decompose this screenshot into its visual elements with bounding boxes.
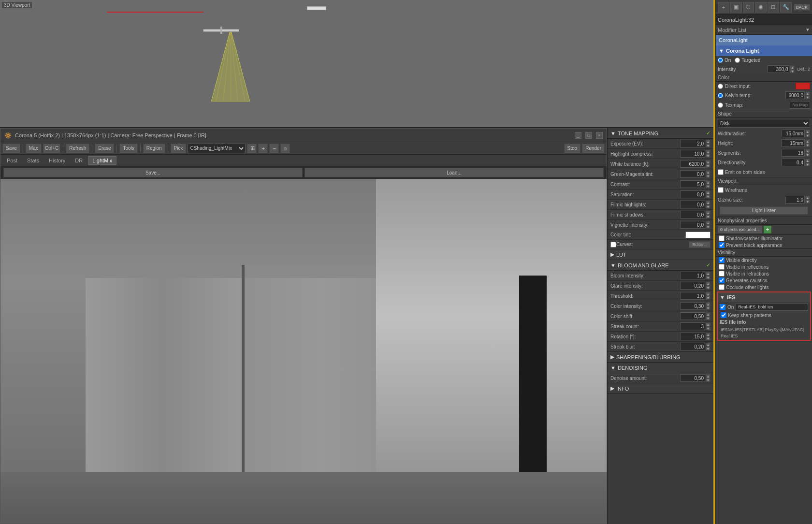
sat-up[interactable]: ▲ (706, 190, 710, 194)
sc-down[interactable]: ▼ (706, 326, 710, 330)
fs-spinbox[interactable]: 0,0 ▲ ▼ (680, 211, 710, 218)
segments-value[interactable]: 16 (782, 149, 805, 157)
seg-down[interactable]: ▼ (805, 153, 810, 157)
panel-icon-6[interactable]: 🔧 (780, 2, 792, 13)
gizmo-spinbox[interactable]: 1,0 ▲ ▼ (785, 196, 810, 204)
cs-value[interactable]: 0,50 (680, 312, 705, 320)
shadowcatcher-checkbox[interactable] (719, 235, 725, 241)
seg-spinbox[interactable]: 16 ▲ ▼ (782, 149, 810, 157)
wr-value[interactable]: 15,0mm (782, 130, 805, 137)
maximize-button[interactable]: □ (585, 132, 592, 139)
sb-spinbox[interactable]: 0,20 ▲ ▼ (680, 343, 710, 350)
wb-down[interactable]: ▼ (706, 164, 710, 168)
region-button[interactable]: Region (143, 144, 165, 153)
sat-down[interactable]: ▼ (706, 194, 710, 198)
panel-icon-2[interactable]: ▣ (730, 2, 742, 13)
exposure-up[interactable]: ▲ (706, 140, 710, 144)
height-down[interactable]: ▼ (805, 143, 810, 147)
wb-up[interactable]: ▲ (706, 160, 710, 164)
denoise-up[interactable]: ▲ (706, 374, 710, 378)
intensity-spinbox[interactable]: 300,0 ▲ ▼ (768, 65, 795, 73)
rot-value[interactable]: 15,0 (680, 333, 705, 340)
lut-section-header[interactable]: ▶ LUT (608, 249, 713, 260)
bloom-spinbox[interactable]: 1,0 ▲ ▼ (680, 272, 710, 279)
sharpening-header[interactable]: ▶ SHARPENING/BLURRING (608, 352, 713, 363)
tools-button[interactable]: Tools (119, 144, 137, 153)
vignette-spinbox[interactable]: 0,0 ▲ ▼ (680, 221, 710, 229)
contrast-spinbox[interactable]: 5,0 ▲ ▼ (680, 180, 710, 188)
sc-up[interactable]: ▲ (706, 322, 710, 326)
gm-value[interactable]: 0,0 (680, 170, 705, 178)
threshold-spinbox[interactable]: 1,0 ▲ ▼ (680, 292, 710, 300)
denoising-header[interactable]: ▼ DENOISING (608, 363, 713, 373)
tab-stats[interactable]: Stats (23, 156, 44, 165)
on-radio[interactable] (718, 58, 723, 63)
saturation-spinbox[interactable]: 0,0 ▲ ▼ (680, 190, 710, 198)
highlight-up[interactable]: ▲ (706, 150, 710, 154)
modifier-dropdown-arrow[interactable]: ▼ (805, 27, 810, 32)
back-button[interactable]: BACK (794, 4, 811, 11)
tab-dr[interactable]: DR (71, 156, 87, 165)
bloom-down[interactable]: ▼ (706, 276, 710, 279)
fh-up[interactable]: ▲ (706, 201, 710, 204)
intensity-down[interactable]: ▼ (790, 69, 795, 73)
vignette-down[interactable]: ▼ (706, 225, 710, 229)
intensity-up[interactable]: ▲ (790, 65, 795, 69)
tab-history[interactable]: History (44, 156, 70, 165)
refresh-button[interactable]: Refresh (66, 144, 89, 153)
contrast-down[interactable]: ▼ (706, 184, 710, 188)
gizmo-value[interactable]: 1,0 (785, 196, 805, 204)
panel-icon-3[interactable]: ⬡ (743, 2, 754, 13)
fh-spinbox[interactable]: 0,0 ▲ ▼ (680, 201, 710, 208)
visible-directly-checkbox[interactable] (719, 257, 725, 263)
prevent-black-checkbox[interactable] (719, 242, 725, 248)
threshold-up[interactable]: ▲ (706, 292, 710, 296)
ci-spinbox[interactable]: 0,30 ▲ ▼ (680, 302, 710, 310)
rot-down[interactable]: ▼ (706, 336, 710, 340)
erase-button[interactable]: Erase (95, 144, 114, 153)
rot-up[interactable]: ▲ (706, 333, 710, 336)
wr-spinbox[interactable]: 15,0mm ▲ ▼ (782, 130, 810, 137)
gm-up[interactable]: ▲ (706, 170, 710, 174)
denoise-down[interactable]: ▼ (706, 378, 710, 382)
targeted-radio-label[interactable]: Targeted (735, 58, 760, 63)
zoom-fit-button[interactable]: ⊞ (247, 144, 257, 153)
stop-button[interactable]: Stop (564, 144, 581, 153)
color-tint-swatch[interactable] (685, 232, 710, 238)
direct-input-radio[interactable] (718, 84, 723, 89)
wr-up[interactable]: ▲ (805, 130, 810, 133)
excluded-button[interactable]: 0 objects excluded... (718, 226, 762, 233)
tone-mapping-header[interactable]: ▼ TONE MAPPING ✓ (608, 128, 713, 139)
ci-value[interactable]: 0,30 (680, 302, 705, 310)
object-name-input[interactable] (716, 15, 812, 25)
vignette-value[interactable]: 0,0 (680, 221, 705, 229)
gizmo-up[interactable]: ▲ (805, 196, 810, 200)
denoise-value[interactable]: 0,50 (680, 374, 705, 382)
max-button[interactable]: Max (26, 144, 42, 153)
corona-light-modifier-item[interactable]: CoronaLight (716, 35, 812, 45)
kelvin-radio[interactable] (718, 93, 723, 98)
fs-down[interactable]: ▼ (706, 215, 710, 218)
height-up[interactable]: ▲ (805, 139, 810, 143)
direct-input-color-swatch[interactable] (796, 83, 810, 89)
gizmo-down[interactable]: ▼ (805, 200, 810, 204)
sb-up[interactable]: ▲ (706, 343, 710, 347)
zoom-100-button[interactable]: ⌾ (280, 144, 290, 153)
emit-both-checkbox[interactable] (718, 169, 724, 175)
denoise-spinbox[interactable]: 0,50 ▲ ▼ (680, 374, 710, 382)
glare-down[interactable]: ▼ (706, 286, 710, 290)
fh-down[interactable]: ▼ (706, 204, 710, 208)
texmap-radio[interactable] (718, 102, 723, 108)
texmap-button[interactable]: No Map (790, 101, 810, 109)
glare-up[interactable]: ▲ (706, 282, 710, 286)
keep-sharp-checkbox[interactable] (721, 312, 726, 318)
vignette-up[interactable]: ▲ (706, 221, 710, 225)
ci-down[interactable]: ▼ (706, 306, 710, 310)
visible-reflections-checkbox[interactable] (719, 264, 725, 270)
cs-down[interactable]: ▼ (706, 316, 710, 320)
bloom-up[interactable]: ▲ (706, 272, 710, 276)
glare-spinbox[interactable]: 0,20 ▲ ▼ (680, 282, 710, 290)
cs-spinbox[interactable]: 0,50 ▲ ▼ (680, 312, 710, 320)
close-button[interactable]: × (596, 132, 603, 139)
fh-value[interactable]: 0,0 (680, 201, 705, 208)
